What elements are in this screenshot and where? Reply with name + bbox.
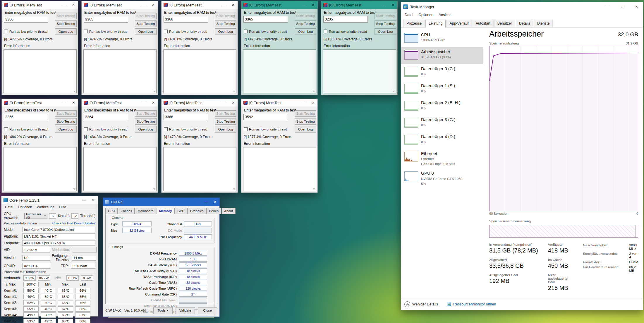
- menu-werkzeuge[interactable]: Werkzeuge: [35, 205, 57, 210]
- minimize-button[interactable]: —: [80, 197, 88, 204]
- close-dialog-button[interactable]: Close: [198, 307, 217, 314]
- minimize-button[interactable]: —: [60, 99, 68, 106]
- cpuz-titlebar[interactable]: CPU-Z — ✕: [103, 198, 219, 206]
- close-button[interactable]: ✕: [70, 1, 77, 8]
- tab-caches[interactable]: Caches: [118, 208, 135, 214]
- low-priority-checkbox[interactable]: Run as low priority thread: [164, 127, 207, 131]
- memtest-titlebar[interactable]: [0 Errors] MemTest — ✕: [2, 1, 78, 9]
- checkbox-box[interactable]: [164, 127, 168, 131]
- memtest-titlebar[interactable]: [0 Errors] MemTest — ✕: [241, 1, 317, 9]
- start-testing-button[interactable]: Start Testing: [375, 13, 396, 19]
- checkbox-box[interactable]: [84, 127, 88, 131]
- close-button[interactable]: ✕: [229, 1, 237, 8]
- memtest-titlebar[interactable]: [0 Errors] MemTest — ✕: [82, 1, 158, 9]
- minimize-button[interactable]: —: [300, 1, 308, 8]
- menu-datei[interactable]: Datei: [402, 12, 416, 18]
- start-testing-button[interactable]: Start Testing: [295, 110, 316, 117]
- start-testing-button[interactable]: Start Testing: [295, 13, 316, 19]
- stop-testing-button[interactable]: Stop Testing: [375, 20, 396, 27]
- minimize-button[interactable]: —: [140, 1, 148, 8]
- open-log-button[interactable]: Open Log: [295, 126, 316, 133]
- open-log-button[interactable]: Open Log: [215, 126, 236, 133]
- menu-hilfe[interactable]: Hilfe: [57, 205, 68, 210]
- minimize-button[interactable]: —: [202, 198, 209, 205]
- close-button[interactable]: ✕: [150, 1, 157, 8]
- error-list[interactable]: [163, 147, 236, 191]
- open-resource-monitor-link[interactable]: Ressourcenmonitor öffnen: [447, 302, 496, 306]
- tab-about[interactable]: About: [221, 208, 236, 214]
- error-list[interactable]: [83, 49, 157, 93]
- checkbox-box[interactable]: [244, 30, 248, 33]
- open-log-button[interactable]: Open Log: [215, 28, 236, 35]
- error-list[interactable]: [4, 49, 77, 93]
- menu-optionen[interactable]: Optionen: [16, 205, 35, 210]
- checkbox-box[interactable]: [324, 30, 327, 33]
- open-log-button[interactable]: Open Log: [295, 28, 316, 35]
- tab-details[interactable]: Details: [516, 20, 533, 27]
- minimize-button[interactable]: —: [220, 1, 228, 8]
- close-button[interactable]: ✕: [389, 1, 397, 8]
- start-testing-button[interactable]: Start Testing: [135, 110, 157, 117]
- less-details-toggle[interactable]: Weniger Details: [404, 301, 438, 307]
- checkbox-box[interactable]: [244, 127, 248, 131]
- checkbox-box[interactable]: [84, 30, 88, 33]
- stop-testing-button[interactable]: Stop Testing: [215, 20, 236, 27]
- low-priority-checkbox[interactable]: Run as low priority thread: [244, 127, 287, 131]
- error-list[interactable]: [83, 147, 157, 191]
- menu-optionen[interactable]: Optionen: [416, 12, 436, 18]
- minimize-button[interactable]: —: [300, 99, 308, 106]
- close-button[interactable]: ✕: [631, 2, 643, 11]
- minimize-button[interactable]: —: [380, 1, 387, 8]
- low-priority-checkbox[interactable]: Run as low priority thread: [84, 30, 127, 33]
- start-testing-button[interactable]: Start Testing: [135, 13, 157, 19]
- tab-memory[interactable]: Memory: [157, 208, 175, 214]
- error-list[interactable]: [163, 49, 236, 93]
- stop-testing-button[interactable]: Stop Testing: [295, 118, 316, 125]
- sidebar-item-disk-4[interactable]: Datenträger 4 (D:) 0%: [401, 132, 483, 149]
- minimize-button[interactable]: —: [60, 1, 68, 8]
- low-priority-checkbox[interactable]: Run as low priority thread: [4, 30, 47, 33]
- tab-bench[interactable]: Bench: [206, 208, 221, 214]
- tab-autostart[interactable]: Autostart: [473, 20, 494, 27]
- stop-testing-button[interactable]: Stop Testing: [215, 118, 236, 125]
- minimize-button[interactable]: —: [140, 99, 148, 106]
- close-button[interactable]: ✕: [150, 99, 157, 106]
- tab-leistung[interactable]: Leistung: [425, 20, 446, 28]
- coretemp-titlebar[interactable]: Core Temp 1.15.1 — ✕: [1, 196, 98, 204]
- error-list[interactable]: [4, 147, 77, 191]
- ram-input[interactable]: [323, 16, 368, 23]
- close-button[interactable]: ✕: [309, 1, 317, 8]
- minimize-button[interactable]: —: [220, 99, 228, 106]
- ram-input[interactable]: [243, 114, 288, 120]
- tab-benutzer[interactable]: Benutzer: [494, 20, 515, 27]
- low-priority-checkbox[interactable]: Run as low priority thread: [84, 127, 127, 131]
- checkbox-box[interactable]: [4, 30, 8, 33]
- ram-input[interactable]: [243, 16, 288, 23]
- ram-input[interactable]: [4, 114, 48, 120]
- tab-spd[interactable]: SPD: [175, 208, 187, 214]
- sidebar-item-cpu[interactable]: CPU 100% 4,99 GHz: [401, 30, 483, 47]
- tab-cpu[interactable]: CPU: [105, 208, 118, 214]
- sidebar-item-disk-0[interactable]: Datenträger 0 (C:) 0%: [401, 64, 483, 81]
- start-testing-button[interactable]: Start Testing: [215, 13, 236, 19]
- close-button[interactable]: ✕: [309, 99, 317, 106]
- ram-input[interactable]: [164, 16, 208, 23]
- menu-datei[interactable]: Datei: [3, 205, 16, 210]
- start-testing-button[interactable]: Start Testing: [55, 110, 77, 117]
- stop-testing-button[interactable]: Stop Testing: [135, 118, 157, 125]
- checkbox-box[interactable]: [4, 127, 8, 131]
- tools-button[interactable]: Tools ▾: [153, 307, 173, 314]
- sidebar-item-gpu[interactable]: GPU 0 NVIDIA GeForce GTX 1080 5%: [401, 169, 483, 188]
- tab-mainboard[interactable]: Mainboard: [135, 208, 156, 214]
- open-log-button[interactable]: Open Log: [55, 28, 77, 35]
- error-list[interactable]: [243, 147, 316, 191]
- low-priority-checkbox[interactable]: Run as low priority thread: [244, 30, 287, 33]
- open-log-button[interactable]: Open Log: [55, 126, 77, 133]
- driver-update-link[interactable]: Check for Intel Driver Updates: [52, 221, 95, 225]
- processor-select[interactable]: Prozessor #0 ▾: [24, 213, 47, 219]
- tab-dienste[interactable]: Dienste: [534, 20, 553, 27]
- stop-testing-button[interactable]: Stop Testing: [55, 20, 77, 27]
- ram-input[interactable]: [84, 16, 128, 23]
- minimize-button[interactable]: —: [601, 2, 614, 11]
- taskmgr-titlebar[interactable]: Task-Manager — □ ✕: [401, 2, 643, 11]
